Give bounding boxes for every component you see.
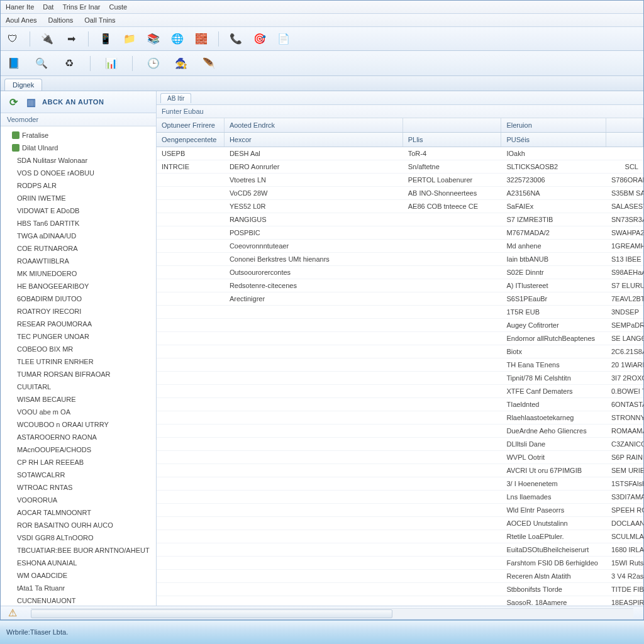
tree-item[interactable]: ASTAROOERNO RAONA xyxy=(7,431,153,443)
wizard-icon[interactable]: 🧙 xyxy=(174,57,188,70)
main-tab[interactable]: AB Itir xyxy=(160,93,191,103)
arrow-icon[interactable]: ➡ xyxy=(64,32,78,46)
col-header[interactable]: Eleruion xyxy=(501,118,606,132)
table-row[interactable]: CoeovronnntuteaerMd anhene1GREAMHKANIB xyxy=(157,240,643,253)
tree-item[interactable]: VSDI GGR8 ALTnOORO xyxy=(7,531,153,544)
table-row[interactable]: DueArdne Aeho GliencresROMAAMAIBNT1 xyxy=(157,425,643,438)
table-row[interactable]: INTRCIEDERO AonrurlerSn/aftetneSLTICKSAO… xyxy=(157,160,643,174)
feather-icon[interactable]: 🪶 xyxy=(202,57,216,70)
tree-item[interactable]: VOOU abe m OA xyxy=(7,406,153,418)
submenu-item[interactable]: Daltions xyxy=(48,16,74,24)
table-row[interactable]: Augey CofitrorterSEMPaDRUW MKIN xyxy=(157,319,643,332)
tree-item[interactable]: 6OBADIRM DIUTOO xyxy=(7,292,153,305)
tree-item[interactable]: MK MIUNEDOERO xyxy=(7,267,153,280)
table-row[interactable]: YES52 L0RAE86 COB tnteece CESaFAIExSALAS… xyxy=(157,200,643,213)
tree-item[interactable]: VIDOWAT E ADoDB xyxy=(7,204,153,217)
folder-icon[interactable]: 📁 xyxy=(123,32,136,46)
grid-body[interactable]: USEPBDESH AalToR-4IOakhINTRCIEDERO Aonru… xyxy=(157,147,643,606)
table-row[interactable]: VoCD5 28WAB INO-ShonneerteesA23156NAS35B… xyxy=(157,187,643,200)
tree-item[interactable]: TWGA aDINAA/UD xyxy=(7,230,153,242)
table-row[interactable]: Wld Elntr PaseorrsSPEEH ROAMSHiDIM xyxy=(157,504,643,517)
tree-item[interactable]: SOTAWCALRR xyxy=(7,469,153,481)
tree-item[interactable]: AOCAR TALMNOONRT xyxy=(7,506,153,519)
blocks-icon[interactable]: 🧱 xyxy=(194,32,208,46)
taskbar-item[interactable]: Wrbrile:Tliaser Lbta. xyxy=(6,628,68,636)
globe-icon[interactable]: 🌐 xyxy=(170,32,184,46)
tree-item[interactable]: WISAM BECAURE xyxy=(7,393,153,406)
table-row[interactable]: Rtetile LoaEPtuler.SCULMLAPOWFCBL1 xyxy=(157,530,643,543)
tree-item[interactable]: RESEAR PAOUMORAA xyxy=(7,318,153,330)
table-row[interactable]: EuitaDSOtuBheilcheiserurt1680 IRLANO7THO… xyxy=(157,543,643,557)
tree-item[interactable]: TEC PUNGER UNOAR xyxy=(7,330,153,343)
tree-item[interactable]: HBS Tan6 DARTITK xyxy=(7,217,153,230)
col-header[interactable]: Aooted Endrck xyxy=(225,118,403,132)
table-row[interactable]: AOCED UnutstalinnDOCLAAN iBER xyxy=(157,517,643,530)
tree-item[interactable]: ESHONA AUNAIAL xyxy=(7,557,153,569)
submenu-item[interactable]: Oall Tnins xyxy=(84,16,115,24)
find-icon[interactable]: 🔍 xyxy=(35,57,48,70)
shield-icon[interactable]: 🛡 xyxy=(6,32,19,46)
phone-icon[interactable]: 📞 xyxy=(229,32,243,46)
table-row[interactable]: USEPBDESH AalToR-4IOakh xyxy=(157,147,643,160)
tree-item[interactable]: Dilat Ulnard xyxy=(7,142,153,154)
table-row[interactable]: Lns llaemadesS3DI7AMAIABSTUNT6 xyxy=(157,491,643,504)
refresh-icon[interactable]: ♻ xyxy=(62,57,76,70)
tree-item[interactable]: ROAAWTIIBLRA xyxy=(7,255,153,267)
tree-item[interactable]: WCOUBOO n ORAAl UTRRY xyxy=(7,418,153,431)
table-row[interactable]: Vtoetres LNPERTOL Loabenurer3225723006S7… xyxy=(157,174,643,187)
table-row[interactable]: 3/ I Hoenenetem1STSFAlshA4.T5IES12 xyxy=(157,477,643,491)
col-header[interactable]: Oengenpecentete xyxy=(157,133,225,147)
table-row[interactable]: AVCRI Ut oru 67PIMGIBSEM URIEORM FECLI xyxy=(157,464,643,477)
tree-item[interactable]: ROATROY IRECORI xyxy=(7,305,153,318)
target-icon[interactable]: 🎯 xyxy=(253,32,267,46)
table-row[interactable]: WVPL OotritS6P RAINEX71BMOUZ xyxy=(157,451,643,464)
col-header[interactable]: Optuneer Frrirere xyxy=(157,118,225,132)
table-row[interactable]: TIaeldnted6ONTASTAAT1 xyxy=(157,398,643,411)
table-row[interactable]: POSPBICM767MADA/2SWAHPA23.1AFM xyxy=(157,226,643,240)
tree-item[interactable]: WTROAC RNTAS xyxy=(7,481,153,494)
tree-item[interactable]: ORIIN IWETME xyxy=(7,192,153,204)
table-row[interactable]: Redsotenre-citecenesA) ITlustereetS7 ELU… xyxy=(157,279,643,292)
device-icon[interactable]: 📱 xyxy=(99,32,113,46)
col-header[interactable]: PUSéis xyxy=(501,133,606,147)
table-row[interactable]: Endornor allRutchBeaptenesSE LANG6A.TIUD… xyxy=(157,332,643,345)
tree-item[interactable]: CUUITARL xyxy=(7,380,153,393)
table-row[interactable]: Stbbonifsts TlordeTITDE FIBT 1AUAD xyxy=(157,583,643,596)
tree[interactable]: FrataliseDilat UlnardSDA Nulitasr Walona… xyxy=(1,126,156,606)
tree-item[interactable]: VOORORUA xyxy=(7,494,153,506)
table-row[interactable]: TH Eana TEnens20 1WiARLATED FAUHS xyxy=(157,358,643,372)
tree-item[interactable]: RODPS ALR xyxy=(7,179,153,192)
tree-item[interactable]: COBEOO BIX MR xyxy=(7,343,153,355)
col-header[interactable] xyxy=(606,133,643,147)
table-row[interactable]: Biotx2C6.21S8A/CPL.0 JDMI xyxy=(157,345,643,358)
table-icon[interactable]: 📊 xyxy=(104,57,118,70)
col-header[interactable] xyxy=(606,118,643,132)
tree-item[interactable]: TUMAR RORSAN BIFRAOAR xyxy=(7,368,153,380)
tree-item[interactable]: VOS D ONOEE rAOBUU xyxy=(7,167,153,179)
menu-item[interactable]: Haner Ite xyxy=(6,3,34,11)
horizontal-scrollbar[interactable] xyxy=(31,608,633,618)
table-row[interactable]: RANGIGUSS7 IZMRE3TIBSN73SR3A COU6 xyxy=(157,213,643,226)
col-header[interactable]: Hexcor xyxy=(225,133,403,147)
tree-item[interactable]: COE RUTNARORA xyxy=(7,242,153,255)
table-row[interactable]: OutsoourorercontesS02E DinntrS98AEHaARIO xyxy=(157,266,643,279)
doc-icon[interactable]: 📘 xyxy=(7,57,21,70)
tree-item[interactable]: CP RH LAR REEEAB xyxy=(7,456,153,469)
tree-item[interactable]: HE BANOGEEARIBOY xyxy=(7,280,153,292)
tree-item[interactable]: TLEE UTRINR ENRHER xyxy=(7,355,153,368)
stack-icon[interactable]: 📚 xyxy=(147,32,160,46)
tree-item[interactable]: SDA Nulitasr Walonaar xyxy=(7,154,153,167)
scrollbar-thumb[interactable] xyxy=(31,609,392,618)
table-row[interactable]: RlaehlaastoetekarnegSTRONNY/O1 LDST xyxy=(157,411,643,425)
col-header[interactable] xyxy=(403,118,502,132)
table-row[interactable]: Cononei Berkstres UMt hienanrsIain btbAN… xyxy=(157,253,643,266)
col-header[interactable]: PLlis xyxy=(403,133,502,147)
menu-item[interactable]: Trins Er Inar xyxy=(62,3,100,11)
refresh-icon[interactable]: ⟳ xyxy=(7,95,21,109)
tree-item[interactable]: TBCUATIAR:BEE BUOR ARNTNO/AHEUT xyxy=(7,544,153,557)
sheet-icon[interactable]: 📄 xyxy=(277,32,291,46)
tree-item[interactable]: MAcnOOUPEA/CHODS xyxy=(7,443,153,456)
tab-main[interactable]: Dignek xyxy=(4,79,42,91)
tree-item[interactable]: ROR BASAITNO OURH AUCO xyxy=(7,519,153,531)
menu-item[interactable]: Dat xyxy=(43,3,53,11)
